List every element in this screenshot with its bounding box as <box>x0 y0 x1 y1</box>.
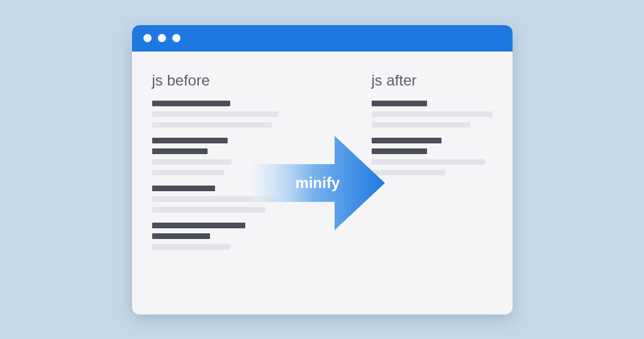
code-line <box>152 138 228 143</box>
window-control-dot <box>172 34 180 42</box>
code-line <box>152 186 215 191</box>
code-line <box>152 244 230 250</box>
code-line <box>152 170 224 175</box>
code-line <box>152 233 210 239</box>
code-line <box>152 159 231 165</box>
minify-arrow: minify <box>250 111 394 255</box>
code-line <box>152 207 265 213</box>
window-control-dot <box>143 34 152 42</box>
code-line <box>152 101 230 106</box>
before-title: js before <box>152 72 278 89</box>
code-line <box>152 223 245 228</box>
code-line <box>372 101 427 106</box>
after-title: js after <box>372 72 492 89</box>
arrow-label: minify <box>296 174 340 192</box>
browser-window: js before js after minify <box>132 25 513 314</box>
window-titlebar <box>132 25 513 52</box>
window-content: js before js after minify <box>132 52 513 314</box>
window-control-dot <box>158 34 166 42</box>
code-line <box>152 148 208 154</box>
